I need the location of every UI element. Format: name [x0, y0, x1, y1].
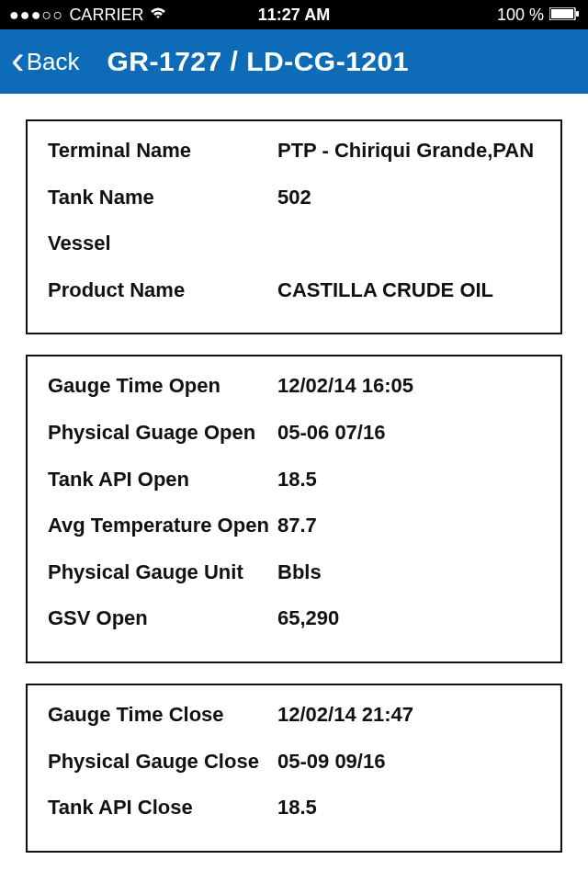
field-label: Tank Name — [48, 185, 277, 211]
field-value: 05-06 07/16 — [277, 420, 540, 447]
row: Vessel — [48, 231, 540, 257]
field-label: Physical Gauge Close — [48, 749, 277, 775]
row: Avg Temperature Open 87.7 — [48, 513, 540, 539]
svg-rect-1 — [551, 9, 573, 18]
field-label: Avg Temperature Open — [48, 513, 277, 539]
status-time: 11:27 AM — [199, 6, 390, 25]
row: Tank API Close 18.5 — [48, 795, 540, 821]
card-terminal-info: Terminal Name PTP - Chiriqui Grande,PAN … — [26, 119, 562, 334]
row: Physical Gauge Unit Bbls — [48, 560, 540, 586]
field-value: 12/02/14 21:47 — [277, 702, 540, 729]
field-value: 502 — [277, 185, 540, 211]
row: Gauge Time Close 12/02/14 21:47 — [48, 702, 540, 729]
status-right: 100 % — [389, 6, 579, 25]
row: GSV Open 65,290 — [48, 605, 540, 632]
row: Physical Gauge Close 05-09 09/16 — [48, 749, 540, 775]
field-value: CASTILLA CRUDE OIL — [277, 277, 540, 304]
page-title: GR-1727 / LD-CG-1201 — [107, 46, 408, 77]
field-value: 65,290 — [277, 605, 540, 632]
back-label: Back — [27, 48, 80, 76]
battery-percent: 100 % — [497, 6, 544, 25]
battery-icon — [549, 6, 579, 25]
field-label: GSV Open — [48, 605, 277, 632]
row: Tank API Open 18.5 — [48, 467, 540, 493]
carrier-label: CARRIER — [69, 6, 143, 25]
back-button[interactable]: ‹ Back — [11, 43, 79, 80]
field-label: Gauge Time Open — [48, 373, 277, 400]
field-value: 87.7 — [277, 513, 540, 539]
field-label: Physical Guage Open — [48, 420, 277, 447]
wifi-icon — [149, 6, 167, 25]
status-left: ●●●○○ CARRIER — [9, 6, 199, 25]
svg-rect-2 — [576, 11, 579, 17]
field-label: Physical Gauge Unit — [48, 560, 277, 586]
field-value: 12/02/14 16:05 — [277, 373, 540, 400]
field-value: Bbls — [277, 560, 540, 586]
row: Physical Guage Open 05-06 07/16 — [48, 420, 540, 447]
field-label: Product Name — [48, 277, 277, 304]
field-value: 18.5 — [277, 467, 540, 493]
chevron-left-icon: ‹ — [11, 40, 25, 80]
field-value — [277, 231, 540, 257]
row: Product Name CASTILLA CRUDE OIL — [48, 277, 540, 304]
field-label: Tank API Open — [48, 467, 277, 493]
field-label: Terminal Name — [48, 138, 277, 164]
field-value: PTP - Chiriqui Grande,PAN — [277, 138, 540, 164]
row: Gauge Time Open 12/02/14 16:05 — [48, 373, 540, 400]
field-label: Gauge Time Close — [48, 702, 277, 729]
field-label: Tank API Close — [48, 795, 277, 821]
status-bar: ●●●○○ CARRIER 11:27 AM 100 % — [0, 0, 588, 29]
nav-header: ‹ Back GR-1727 / LD-CG-1201 — [0, 29, 588, 94]
field-value: 18.5 — [277, 795, 540, 821]
field-value: 05-09 09/16 — [277, 749, 540, 775]
card-open-readings: Gauge Time Open 12/02/14 16:05 Physical … — [26, 355, 562, 663]
field-label: Vessel — [48, 231, 277, 257]
row: Terminal Name PTP - Chiriqui Grande,PAN — [48, 138, 540, 164]
signal-dots-icon: ●●●○○ — [9, 6, 63, 25]
card-close-readings: Gauge Time Close 12/02/14 21:47 Physical… — [26, 684, 562, 853]
content: Terminal Name PTP - Chiriqui Grande,PAN … — [0, 94, 588, 882]
row: Tank Name 502 — [48, 185, 540, 211]
